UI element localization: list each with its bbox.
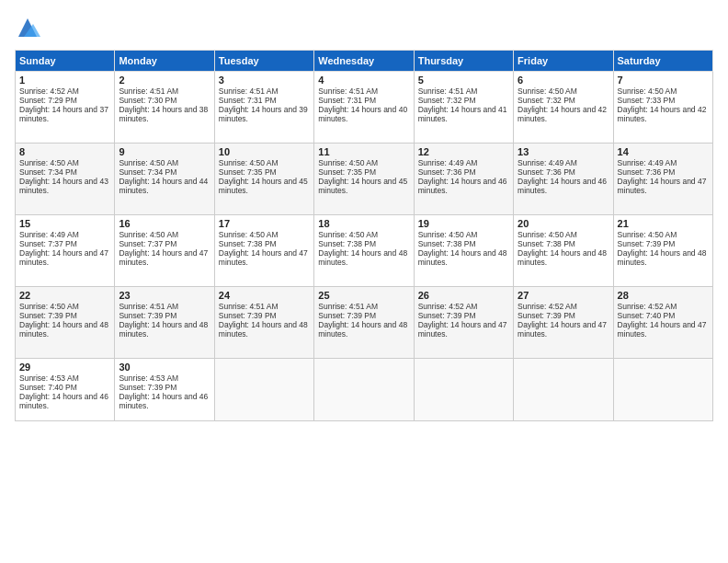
calendar-cell	[314, 359, 414, 421]
sunrise-label: Sunrise: 4:52 AM	[19, 86, 79, 96]
sunset-label: Sunset: 7:40 PM	[19, 383, 77, 392]
day-number: 7	[618, 75, 709, 86]
daylight-label: Daylight: 14 hours and 46 minutes.	[518, 177, 607, 195]
calendar-cell: 19Sunrise: 4:50 AMSunset: 7:38 PMDayligh…	[414, 215, 513, 287]
day-number: 25	[318, 290, 409, 301]
sunset-label: Sunset: 7:39 PM	[19, 311, 77, 320]
day-number: 8	[19, 146, 110, 157]
sunset-label: Sunset: 7:32 PM	[518, 96, 575, 105]
day-header-monday: Monday	[115, 51, 214, 72]
day-header-sunday: Sunday	[16, 51, 115, 72]
calendar-cell: 7Sunrise: 4:50 AMSunset: 7:33 PMDaylight…	[613, 72, 712, 144]
week-row-3: 22Sunrise: 4:50 AMSunset: 7:39 PMDayligh…	[16, 287, 713, 359]
calendar-cell: 4Sunrise: 4:51 AMSunset: 7:31 PMDaylight…	[314, 72, 414, 144]
calendar-cell: 25Sunrise: 4:51 AMSunset: 7:39 PMDayligh…	[314, 287, 414, 359]
daylight-label: Daylight: 14 hours and 47 minutes.	[219, 248, 308, 267]
calendar-cell: 13Sunrise: 4:49 AMSunset: 7:36 PMDayligh…	[514, 144, 613, 215]
sunset-label: Sunset: 7:38 PM	[318, 239, 376, 248]
sunrise-label: Sunrise: 4:50 AM	[318, 158, 378, 167]
logo	[15, 15, 44, 40]
calendar-cell: 15Sunrise: 4:49 AMSunset: 7:37 PMDayligh…	[16, 215, 115, 287]
calendar-cell: 2Sunrise: 4:51 AMSunset: 7:30 PMDaylight…	[115, 72, 214, 144]
sunset-label: Sunset: 7:39 PM	[318, 311, 376, 320]
sunrise-label: Sunrise: 4:50 AM	[219, 158, 279, 167]
day-number: 3	[219, 75, 310, 86]
sunset-label: Sunset: 7:31 PM	[318, 96, 376, 105]
calendar-cell: 9Sunrise: 4:50 AMSunset: 7:34 PMDaylight…	[115, 144, 214, 215]
sunrise-label: Sunrise: 4:49 AM	[618, 158, 677, 167]
sunset-label: Sunset: 7:38 PM	[418, 239, 476, 248]
sunset-label: Sunset: 7:35 PM	[318, 167, 376, 177]
calendar-cell	[613, 359, 712, 421]
daylight-label: Daylight: 14 hours and 48 minutes.	[119, 320, 208, 339]
day-number: 21	[618, 218, 709, 229]
daylight-label: Daylight: 14 hours and 48 minutes.	[219, 320, 308, 339]
calendar-cell: 22Sunrise: 4:50 AMSunset: 7:39 PMDayligh…	[16, 287, 115, 359]
sunrise-label: Sunrise: 4:50 AM	[618, 86, 677, 96]
calendar-cell: 1Sunrise: 4:52 AMSunset: 7:29 PMDaylight…	[16, 72, 115, 144]
calendar-table: SundayMondayTuesdayWednesdayThursdayFrid…	[15, 50, 713, 421]
week-row-0: 1Sunrise: 4:52 AMSunset: 7:29 PMDaylight…	[16, 72, 713, 144]
day-number: 17	[219, 218, 310, 229]
daylight-label: Daylight: 14 hours and 46 minutes.	[418, 177, 507, 195]
daylight-label: Daylight: 14 hours and 48 minutes.	[418, 248, 507, 267]
calendar-cell: 6Sunrise: 4:50 AMSunset: 7:32 PMDaylight…	[514, 72, 613, 144]
daylight-label: Daylight: 14 hours and 45 minutes.	[219, 177, 308, 195]
day-number: 28	[618, 290, 709, 301]
sunset-label: Sunset: 7:30 PM	[119, 96, 176, 105]
sunset-label: Sunset: 7:39 PM	[119, 383, 176, 392]
sunrise-label: Sunrise: 4:50 AM	[418, 230, 478, 239]
sunset-label: Sunset: 7:39 PM	[618, 239, 676, 248]
daylight-label: Daylight: 14 hours and 37 minutes.	[19, 105, 108, 123]
day-number: 14	[618, 146, 709, 157]
calendar-cell: 24Sunrise: 4:51 AMSunset: 7:39 PMDayligh…	[214, 287, 313, 359]
daylight-label: Daylight: 14 hours and 47 minutes.	[618, 320, 707, 339]
sunset-label: Sunset: 7:38 PM	[219, 239, 277, 248]
sunset-label: Sunset: 7:34 PM	[119, 167, 176, 177]
sunrise-label: Sunrise: 4:49 AM	[518, 158, 577, 167]
daylight-label: Daylight: 14 hours and 44 minutes.	[119, 177, 208, 195]
calendar-cell: 3Sunrise: 4:51 AMSunset: 7:31 PMDaylight…	[214, 72, 313, 144]
calendar-page: SundayMondayTuesdayWednesdayThursdayFrid…	[0, 0, 728, 563]
daylight-label: Daylight: 14 hours and 48 minutes.	[19, 320, 108, 339]
day-number: 19	[418, 218, 509, 229]
sunrise-label: Sunrise: 4:51 AM	[418, 86, 478, 96]
day-number: 13	[518, 146, 609, 157]
sunrise-label: Sunrise: 4:49 AM	[418, 158, 478, 167]
daylight-label: Daylight: 14 hours and 47 minutes.	[19, 248, 108, 267]
calendar-cell: 10Sunrise: 4:50 AMSunset: 7:35 PMDayligh…	[214, 144, 313, 215]
daylight-label: Daylight: 14 hours and 39 minutes.	[219, 105, 308, 123]
sunrise-label: Sunrise: 4:52 AM	[518, 302, 577, 311]
calendar-cell: 17Sunrise: 4:50 AMSunset: 7:38 PMDayligh…	[214, 215, 313, 287]
sunrise-label: Sunrise: 4:50 AM	[119, 158, 178, 167]
day-number: 27	[518, 290, 609, 301]
daylight-label: Daylight: 14 hours and 47 minutes.	[418, 320, 507, 339]
day-number: 1	[19, 75, 110, 86]
sunrise-label: Sunrise: 4:50 AM	[518, 86, 577, 96]
week-row-4: 29Sunrise: 4:53 AMSunset: 7:40 PMDayligh…	[16, 359, 713, 421]
header	[15, 15, 713, 40]
day-number: 12	[418, 146, 509, 157]
sunrise-label: Sunrise: 4:51 AM	[119, 302, 178, 311]
daylight-label: Daylight: 14 hours and 47 minutes.	[518, 320, 607, 339]
calendar-cell: 27Sunrise: 4:52 AMSunset: 7:39 PMDayligh…	[514, 287, 613, 359]
day-number: 20	[518, 218, 609, 229]
day-number: 18	[318, 218, 409, 229]
day-number: 22	[19, 290, 110, 301]
sunset-label: Sunset: 7:36 PM	[418, 167, 476, 177]
daylight-label: Daylight: 14 hours and 46 minutes.	[19, 392, 108, 410]
daylight-label: Daylight: 14 hours and 47 minutes.	[618, 177, 707, 195]
sunset-label: Sunset: 7:39 PM	[418, 311, 476, 320]
calendar-cell: 26Sunrise: 4:52 AMSunset: 7:39 PMDayligh…	[414, 287, 513, 359]
calendar-cell: 5Sunrise: 4:51 AMSunset: 7:32 PMDaylight…	[414, 72, 513, 144]
sunset-label: Sunset: 7:34 PM	[19, 167, 77, 177]
day-number: 5	[418, 75, 509, 86]
day-number: 4	[318, 75, 409, 86]
daylight-label: Daylight: 14 hours and 48 minutes.	[318, 320, 407, 339]
day-number: 23	[119, 290, 210, 301]
day-header-friday: Friday	[514, 51, 613, 72]
calendar-cell: 20Sunrise: 4:50 AMSunset: 7:38 PMDayligh…	[514, 215, 613, 287]
sunset-label: Sunset: 7:39 PM	[219, 311, 277, 320]
daylight-label: Daylight: 14 hours and 45 minutes.	[318, 177, 407, 195]
sunrise-label: Sunrise: 4:52 AM	[618, 302, 677, 311]
